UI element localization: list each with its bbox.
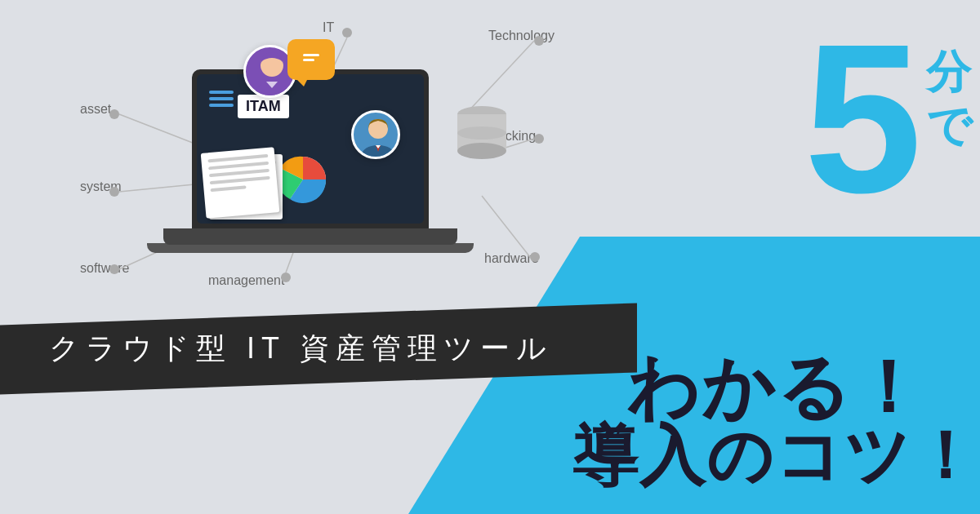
illustration-area: asset system software management IT Tech…: [65, 16, 604, 326]
svg-rect-18: [303, 54, 319, 56]
de-text: で: [926, 99, 972, 153]
bottom-right-text-block: わかる！ 導入のコツ！: [572, 326, 980, 514]
svg-point-23: [457, 143, 506, 159]
donyu-heading: 導入のコツ！: [572, 423, 979, 489]
fun-text: 分: [926, 45, 972, 99]
doc-sheet-1: [201, 147, 280, 219]
svg-point-0: [109, 109, 119, 119]
headline-number: 5: [804, 12, 922, 224]
svg-point-14: [530, 252, 540, 262]
svg-rect-19: [303, 59, 314, 61]
svg-point-24: [457, 126, 506, 140]
subtitle-text: クラウド型 IT 資産管理ツール: [49, 331, 553, 365]
wakaru-heading: わかる！: [626, 352, 925, 423]
svg-point-4: [109, 264, 119, 274]
svg-point-8: [342, 28, 352, 38]
svg-point-10: [534, 36, 544, 46]
svg-point-12: [534, 134, 544, 144]
dark-banner-inner: クラウド型 IT 資産管理ツール: [49, 329, 596, 369]
pie-chart-icon: [278, 155, 327, 207]
right-text-section: 5 分 で: [804, 12, 972, 224]
database-icon: [453, 102, 510, 175]
itam-label: ITAM: [238, 95, 289, 118]
chat-bubble-icon: [287, 39, 335, 80]
svg-point-6: [281, 273, 291, 282]
svg-point-2: [109, 187, 119, 197]
laptop-keyboard-base: [163, 228, 457, 245]
svg-line-15: [482, 196, 530, 257]
main-container: asset system software management IT Tech…: [0, 0, 980, 514]
avatar-male: [351, 110, 400, 159]
fun-de-stack: 分 で: [926, 45, 972, 153]
